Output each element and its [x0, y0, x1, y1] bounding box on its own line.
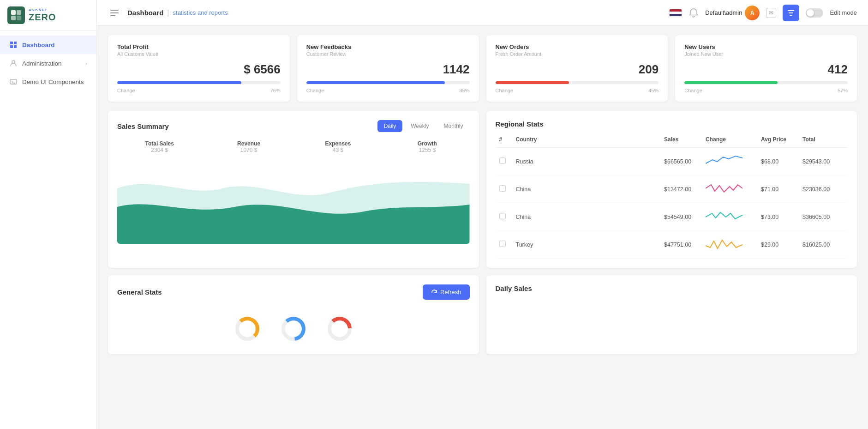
th-country: Country — [516, 136, 664, 143]
mail-icon[interactable]: ✉ — [766, 8, 776, 18]
breadcrumb-separator: | — [167, 9, 169, 17]
sales-card-header: Sales Summary Daily Weekly Monthly — [117, 120, 470, 132]
svg-rect-1 — [17, 10, 21, 15]
general-stats-card: General Stats Refresh — [108, 275, 479, 354]
stat-growth: Growth 1255 $ — [385, 140, 469, 153]
table-row: China $54549.00 $73.00 $36605.00 — [496, 203, 848, 231]
stats-row: Total Profit All Customs Value $ 6566 Ch… — [108, 35, 857, 102]
stat-revenue: Revenue 1070 $ — [206, 140, 291, 153]
sparkline-china2 — [706, 209, 742, 224]
progress-fill — [117, 81, 241, 84]
avg-price-russia: $68.00 — [761, 158, 802, 165]
daily-sales-card: Daily Sales — [486, 275, 857, 354]
general-stats-header: General Stats Refresh — [117, 284, 470, 300]
stat-card-users: New Users Joined New User 412 Change 57% — [675, 35, 857, 102]
row-checkbox[interactable] — [499, 213, 516, 221]
sidebar-item-label: Administration — [22, 60, 62, 67]
stat-label: New Orders — [496, 43, 659, 50]
country-russia: Russia — [516, 158, 664, 165]
checkbox-china1[interactable] — [499, 185, 506, 192]
header-right: Default\admin A ✉ Edit mode — [669, 5, 857, 21]
svg-point-8 — [12, 60, 15, 63]
refresh-icon — [431, 289, 437, 296]
sales-chart-svg — [117, 161, 470, 244]
row-checkbox[interactable] — [499, 157, 516, 165]
th-avg-price: Avg Price — [761, 136, 802, 143]
sales-russia: $66565.00 — [664, 158, 706, 165]
tab-monthly[interactable]: Monthly — [437, 120, 469, 132]
stat-change: Change 57% — [684, 88, 848, 93]
progress-bar — [117, 81, 281, 84]
change-china2 — [706, 209, 761, 225]
sales-turkey: $47751.00 — [664, 242, 706, 248]
tab-weekly[interactable]: Weekly — [404, 120, 435, 132]
change-turkey — [706, 236, 761, 253]
total-russia: $29543.00 — [802, 158, 844, 165]
sparkline-turkey — [706, 236, 742, 251]
stat-value: 412 — [828, 62, 848, 77]
sales-stat-label: Growth — [385, 140, 469, 147]
page-content: Total Profit All Customs Value $ 6566 Ch… — [97, 26, 868, 429]
svg-rect-0 — [11, 10, 16, 15]
sales-china2: $54549.00 — [664, 214, 706, 220]
daily-sales-header: Daily Sales — [496, 284, 848, 292]
sales-tab-group: Daily Weekly Monthly — [377, 120, 470, 132]
donut-yellow — [233, 315, 261, 343]
notification-icon[interactable] — [688, 8, 699, 18]
chevron-right-icon: › — [85, 60, 87, 66]
row-checkbox[interactable] — [499, 241, 516, 248]
sales-summary-card: Sales Summary Daily Weekly Monthly Total… — [108, 111, 479, 268]
sales-stat-label: Total Sales — [117, 140, 202, 147]
avg-price-china2: $73.00 — [761, 214, 802, 220]
sidebar-item-demo-ui[interactable]: Demo UI Components — [0, 73, 96, 91]
checkbox-russia[interactable] — [499, 157, 506, 164]
total-china1: $23036.00 — [802, 186, 844, 193]
stat-sublabel: Customer Review — [306, 51, 470, 57]
progress-fill — [306, 81, 445, 84]
svg-rect-3 — [17, 16, 21, 20]
stat-sublabel: Joined New User — [684, 51, 848, 57]
checkbox-turkey[interactable] — [499, 241, 506, 247]
avg-price-china1: $71.00 — [761, 186, 802, 193]
sidebar-item-dashboard[interactable]: Dashboard — [0, 36, 96, 54]
progress-bar — [306, 81, 470, 84]
stat-card-orders: New Orders Fresh Order Amount 209 Change… — [486, 35, 668, 102]
refresh-label: Refresh — [440, 289, 461, 296]
logo-toptext: ASP.NET — [29, 8, 56, 12]
demo-icon — [9, 78, 18, 86]
sales-stats-row: Total Sales 2304 $ Revenue 1070 $ Expens… — [117, 140, 470, 153]
sales-stat-label: Revenue — [206, 140, 291, 147]
change-russia — [706, 153, 761, 169]
sidebar-item-administration[interactable]: Administration › — [0, 54, 96, 73]
country-china2: China — [516, 214, 664, 220]
stat-label: New Feedbacks — [306, 43, 470, 50]
stat-change: Change 45% — [496, 88, 659, 93]
stat-expenses: Expenses 43 $ — [296, 140, 380, 153]
sidebar-toggle-button[interactable] — [108, 6, 121, 19]
user-info[interactable]: Default\admin A — [705, 6, 760, 20]
edit-mode-label: Edit mode — [830, 9, 857, 16]
stat-total-sales: Total Sales 2304 $ — [117, 140, 202, 153]
sales-title: Sales Summary — [117, 122, 169, 130]
progress-fill — [684, 81, 778, 84]
edit-mode-toggle[interactable] — [806, 8, 823, 18]
regional-stats-card: Regional Stats # Country Sales Change Av… — [486, 111, 857, 268]
donut-red — [326, 315, 353, 343]
breadcrumb-sub: statistics and reports — [173, 9, 228, 16]
stat-card-feedbacks: New Feedbacks Customer Review 1142 Chang… — [297, 35, 479, 102]
filter-button[interactable] — [783, 5, 799, 21]
logo-icon — [7, 6, 25, 24]
header: Dashboard | statistics and reports Defau… — [97, 0, 868, 26]
daily-sales-content — [496, 301, 848, 338]
sales-stat-value: 2304 $ — [117, 147, 202, 153]
svg-rect-2 — [11, 16, 16, 20]
change-china1 — [706, 181, 761, 197]
checkbox-china2[interactable] — [499, 213, 506, 219]
total-turkey: $16025.00 — [802, 242, 844, 248]
general-stats-charts — [117, 308, 470, 345]
breadcrumb: Dashboard | statistics and reports — [127, 9, 228, 17]
row-checkbox[interactable] — [499, 185, 516, 193]
tab-daily[interactable]: Daily — [377, 120, 403, 132]
bottom-row: Sales Summary Daily Weekly Monthly Total… — [108, 111, 857, 268]
refresh-button[interactable]: Refresh — [423, 284, 470, 300]
